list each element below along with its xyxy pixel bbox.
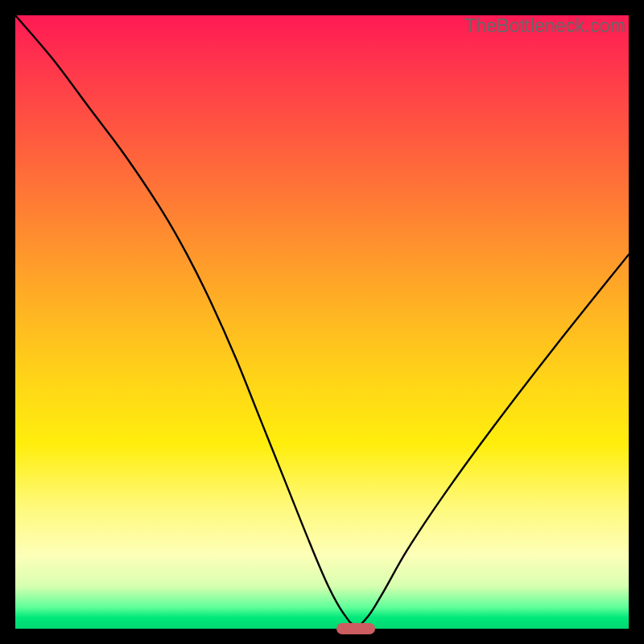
optimum-marker bbox=[336, 623, 375, 634]
bottleneck-curve bbox=[15, 15, 629, 629]
chart-frame: TheBottleneck.com bbox=[0, 0, 644, 644]
plot-area: TheBottleneck.com bbox=[15, 15, 629, 629]
